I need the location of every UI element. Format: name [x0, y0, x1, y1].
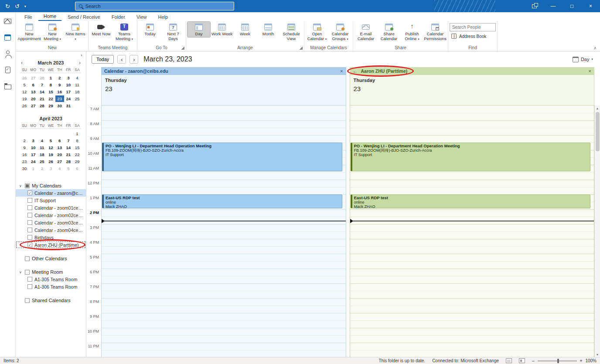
minimize-button[interactable]: — — [544, 0, 562, 12]
calendar-checkbox[interactable] — [27, 205, 32, 210]
mini-calendar-day[interactable]: 17 — [64, 88, 73, 95]
mini-calendar-day[interactable]: 10 — [29, 144, 38, 151]
previous-day-button[interactable]: ‹ — [117, 55, 126, 64]
group-header-my-calendars[interactable]: ∨My Calendars — [16, 182, 86, 189]
ribbon-button-day[interactable]: Day — [188, 22, 210, 37]
popout-window-icon[interactable] — [525, 0, 544, 12]
mini-calendar-day[interactable]: 1 — [29, 165, 38, 172]
next-day-button[interactable]: › — [130, 55, 138, 64]
ribbon-button-address-book[interactable]: Address Book — [450, 33, 487, 39]
mini-calendar-day[interactable]: 18 — [38, 151, 46, 158]
mini-calendar-day[interactable]: 30 — [55, 102, 64, 109]
mini-calendar-day[interactable]: 23 — [20, 158, 29, 165]
mini-calendar-day[interactable]: 4 — [55, 165, 64, 172]
mini-calendar-day[interactable]: 27 — [29, 102, 38, 109]
nav-mail-button[interactable] — [3, 17, 13, 26]
time-grid[interactable]: PO - Wenjing LI - Department Head Operat… — [350, 105, 595, 357]
calendar-checkbox[interactable] — [27, 198, 32, 203]
mini-calendar-day[interactable]: 7 — [64, 137, 73, 144]
mini-calendar-day[interactable]: 22 — [73, 151, 82, 158]
scrollbar[interactable]: ▲ ▼ — [594, 105, 600, 357]
mini-calendar-day[interactable]: 1 — [46, 75, 55, 81]
mini-calendar-day[interactable]: 11 — [38, 144, 46, 151]
ribbon-button-open-calendar[interactable]: Open Calendar ▾ — [306, 22, 328, 41]
ribbon-button-new-appointment[interactable]: New Appointment — [18, 22, 41, 41]
calendar-checkbox[interactable] — [27, 284, 32, 289]
maximize-button[interactable]: □ — [562, 0, 581, 12]
mini-calendar-day[interactable]: 15 — [46, 88, 55, 95]
mini-calendar-day[interactable]: 21 — [64, 151, 73, 158]
mini-calendar-day[interactable]: 29 — [73, 158, 82, 165]
calendar-list-item-calendar-zoom04ceibs[interactable]: Calendar - zoom04ceibs — [16, 226, 86, 234]
ribbon-button-month[interactable]: Month — [257, 22, 280, 37]
event[interactable]: PO - Wenjing LI - Department Head Operat… — [351, 143, 591, 171]
mini-calendar-day[interactable]: 17 — [29, 151, 38, 158]
calendar-checkbox[interactable] — [27, 277, 32, 282]
mini-calendar-day[interactable]: 18 — [73, 88, 82, 95]
prev-month-icon[interactable]: ‹ — [20, 60, 24, 66]
calendar-checkbox[interactable]: ✓ — [27, 191, 32, 195]
ribbon-tab-file[interactable]: File — [19, 13, 38, 21]
collapse-ribbon-icon[interactable]: ∧ — [593, 46, 597, 50]
mini-calendar-day[interactable]: 1 — [73, 130, 82, 137]
mini-calendar-day[interactable]: 5 — [64, 165, 73, 172]
reading-view-icon[interactable] — [519, 358, 525, 363]
ribbon-button-publish-online[interactable]: Publish Online ▾ — [401, 22, 423, 41]
search-people-input[interactable]: Search People — [450, 23, 496, 31]
mini-calendar-day[interactable]: 9 — [20, 144, 29, 151]
ribbon-button-new-meeting[interactable]: New Meeting ▾ — [41, 22, 64, 41]
ribbon-button-teams-meeting[interactable]: Teams Meeting ▾ — [113, 22, 136, 41]
calendar-list-item-a1-306-teams-room[interactable]: A1-306 Teams Room — [16, 283, 86, 290]
ribbon-button-share-calendar[interactable]: Share Calendar — [378, 22, 400, 41]
normal-view-icon[interactable] — [506, 358, 512, 363]
group-checkbox[interactable] — [25, 298, 30, 303]
ribbon-tab-folder[interactable]: Folder — [106, 13, 130, 21]
mini-calendar-day[interactable]: 3 — [29, 137, 38, 144]
dialog-launcher-icon[interactable] — [300, 47, 303, 50]
sync-icon[interactable]: ↻ — [5, 3, 10, 10]
ribbon-button-next-7-days[interactable]: Next 7 Days — [162, 22, 184, 41]
mini-calendar-day[interactable]: 16 — [55, 88, 64, 95]
mini-calendar-day[interactable]: 23 — [55, 95, 64, 102]
nav-tasks-button[interactable] — [3, 65, 13, 75]
mini-calendar-day[interactable]: 21 — [38, 95, 46, 102]
zoom-out-button[interactable]: – — [532, 358, 535, 363]
mini-calendar-day[interactable]: 13 — [55, 144, 64, 151]
ribbon-tab-help[interactable]: Help — [153, 13, 174, 21]
mini-calendar-day[interactable]: 30 — [20, 165, 29, 172]
undo-icon[interactable]: ↺ — [15, 3, 20, 10]
group-header-shared-calendars[interactable]: Shared Calendars — [16, 297, 86, 304]
ribbon-button-today[interactable]: Today — [139, 22, 161, 37]
collapse-folder-pane[interactable]: ‹ — [16, 52, 86, 58]
scroll-down-icon[interactable]: ▼ — [596, 352, 599, 357]
mini-calendar-day[interactable]: 12 — [46, 144, 55, 151]
mini-calendar-day[interactable]: 26 — [20, 102, 29, 109]
zoom-in-button[interactable]: + — [580, 358, 583, 363]
mini-calendar-day[interactable]: 24 — [64, 95, 73, 102]
mini-calendar-day[interactable]: 2 — [55, 75, 64, 81]
nav-people-button[interactable] — [3, 49, 13, 58]
calendar-list-item-it-support[interactable]: IT Support — [16, 197, 86, 204]
calendar-list-item-calendar-zoom03ceibs[interactable]: Calendar - zoom03ceibs — [16, 219, 86, 226]
mini-calendar-day[interactable]: 20 — [55, 151, 64, 158]
group-checkbox[interactable] — [25, 256, 30, 261]
mini-calendar-day[interactable]: 28 — [64, 158, 73, 165]
close-calendar-icon[interactable]: × — [589, 68, 591, 74]
view-selector[interactable]: Day ▾ — [573, 57, 595, 62]
mini-calendar-day[interactable]: 25 — [38, 158, 46, 165]
mini-calendar-day[interactable]: 4 — [73, 75, 82, 81]
ribbon-button-work-week[interactable]: Work Week — [211, 22, 233, 37]
mini-calendar-day[interactable]: 14 — [38, 88, 46, 95]
calendar-list-item-calendar-zoom02ceibs[interactable]: Calendar - zoom02ceibs — [16, 211, 86, 219]
mini-calendar-day[interactable]: 5 — [46, 137, 55, 144]
mini-calendar-day[interactable]: 19 — [46, 151, 55, 158]
mini-calendar-day[interactable]: 4 — [38, 137, 46, 144]
calendar-list-item-calendar-zaaron-ceibs-e[interactable]: ✓Calendar - zaaron@ceibs.e... — [16, 189, 86, 197]
mini-calendar-day[interactable]: 28 — [38, 102, 46, 109]
nav-folders-button[interactable] — [3, 81, 13, 91]
next-month-icon[interactable]: › — [78, 60, 82, 66]
scroll-up-icon[interactable]: ▲ — [596, 105, 599, 111]
calendar-checkbox[interactable] — [27, 220, 32, 225]
ribbon-tab-view[interactable]: View — [131, 13, 152, 21]
dialog-launcher-icon[interactable] — [181, 47, 184, 50]
